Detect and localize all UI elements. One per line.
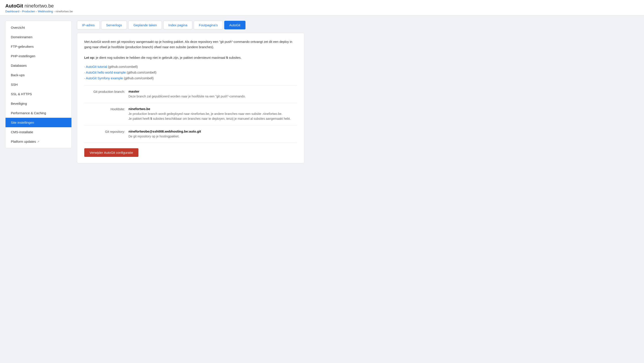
tab-geplande-taken[interactable]: Geplande taken bbox=[128, 21, 162, 29]
breadcrumb-webhosting[interactable]: Webhosting bbox=[38, 10, 53, 13]
subsites-count: 5 bbox=[150, 117, 152, 120]
button-row: Verwijder AutoGit configuratie bbox=[84, 143, 297, 157]
hello-world-suffix: (github.com/combell) bbox=[126, 71, 156, 74]
production-branch-value: master Deze branch zal gepubliceerd word… bbox=[128, 89, 297, 99]
sidebar-item-ftp-gebruikers[interactable]: FTP-gebruikers bbox=[6, 42, 72, 51]
hoofdsite-label: Hoofdsite: bbox=[84, 107, 128, 111]
description-line-1: Met AutoGit wordt een git repository aan… bbox=[84, 40, 292, 49]
link-row-hello-world: · AutoGit hello world example (github.co… bbox=[84, 71, 297, 74]
autogit-hello-world-link[interactable]: AutoGit hello world example bbox=[86, 71, 126, 74]
description-text: Met AutoGit wordt een git repository aan… bbox=[84, 39, 297, 60]
info-row-production-branch: Git production branch: master Deze branc… bbox=[84, 85, 297, 103]
production-branch-sub: Deze branch zal gepubliceerd worden naar… bbox=[128, 94, 297, 99]
sidebar-item-platform-updates[interactable]: Platform updates ↗ bbox=[6, 137, 72, 146]
sidebar-item-overzicht[interactable]: Overzicht bbox=[6, 23, 72, 32]
git-repository-label: Git repository: bbox=[84, 129, 128, 133]
sidebar-item-site-instellingen[interactable]: Site instellingen bbox=[6, 118, 72, 127]
breadcrumb-current: ninefortwo.be bbox=[56, 10, 73, 13]
breadcrumb-producten[interactable]: Producten bbox=[22, 10, 35, 13]
git-repository-value: ninefortwobe@ssh008.webhosting.be:auto.g… bbox=[128, 129, 297, 139]
sidebar: Overzicht Domeinnamen FTP-gebruikers PHP… bbox=[5, 21, 72, 148]
delete-autogit-button[interactable]: Verwijder AutoGit configuratie bbox=[84, 148, 138, 157]
info-table: Git production branch: master Deze branc… bbox=[84, 85, 297, 143]
brand-name: AutoGit bbox=[5, 3, 23, 8]
sidebar-item-databases[interactable]: Databases bbox=[6, 61, 72, 70]
info-row-hoofdsite: Hoofdsite: ninefortwo.be Je production b… bbox=[84, 103, 297, 125]
let-op-label: Let op: bbox=[84, 56, 95, 59]
sidebar-item-ssl-https[interactable]: SSL & HTTPS bbox=[6, 89, 72, 99]
link-row-tutorial: · AutoGit tutorial (github.com/combell) bbox=[84, 65, 297, 68]
git-repository-main: ninefortwobe@ssh008.webhosting.be:auto.g… bbox=[128, 129, 297, 133]
sidebar-item-php-instellingen[interactable]: PHP-instellingen bbox=[6, 51, 72, 61]
domain-name: ninefortwo.be bbox=[24, 3, 54, 8]
hoofdsite-value: ninefortwo.be Je production branch wordt… bbox=[128, 107, 297, 121]
sidebar-item-domeinnamen[interactable]: Domeinnamen bbox=[6, 32, 72, 42]
tab-serverlogs[interactable]: Serverlogs bbox=[101, 21, 127, 29]
symfony-suffix: (github.com/combell) bbox=[123, 76, 154, 80]
sidebar-item-performance-caching[interactable]: Performance & Caching bbox=[6, 108, 72, 118]
info-row-git-repository: Git repository: ninefortwobe@ssh008.webh… bbox=[84, 125, 297, 143]
external-link-icon: ↗ bbox=[37, 140, 39, 143]
page-header: AutoGit ninefortwo.be Dashboard › Produc… bbox=[0, 0, 644, 15]
main-layout: Overzicht Domeinnamen FTP-gebruikers PHP… bbox=[0, 15, 310, 169]
tab-autogit[interactable]: AutoGit bbox=[224, 21, 246, 29]
production-branch-label: Git production branch: bbox=[84, 89, 128, 93]
git-repository-sub: De git repository op je hostingpakket. bbox=[128, 134, 297, 139]
description-line-2: je dient nog subsites te hebben die nog … bbox=[95, 56, 242, 59]
tab-bar: IP-adres Serverlogs Geplande taken Index… bbox=[77, 21, 304, 29]
breadcrumb-sep-3: › bbox=[54, 10, 54, 13]
hoofdsite-main: ninefortwo.be bbox=[128, 107, 297, 111]
sidebar-item-back-ups[interactable]: Back-ups bbox=[6, 70, 72, 80]
link-row-symfony: · AutoGit Symfony example (github.com/co… bbox=[84, 76, 297, 80]
autogit-symfony-link[interactable]: AutoGit Symfony example bbox=[86, 76, 123, 80]
breadcrumb-dashboard[interactable]: Dashboard bbox=[5, 10, 20, 13]
sidebar-item-beveiliging[interactable]: Beveiliging bbox=[6, 99, 72, 108]
page-title: AutoGit ninefortwo.be bbox=[5, 3, 639, 9]
sidebar-item-cms-installatie[interactable]: CMS-installatie bbox=[6, 127, 72, 137]
autogit-tutorial-link[interactable]: AutoGit tutorial bbox=[86, 65, 107, 68]
content-panel: Met AutoGit wordt een git repository aan… bbox=[77, 33, 304, 163]
tutorial-suffix: (github.com/combell) bbox=[107, 65, 138, 68]
links-section: · AutoGit tutorial (github.com/combell) … bbox=[84, 65, 297, 80]
breadcrumb-sep-2: › bbox=[36, 10, 37, 13]
breadcrumb-sep-1: › bbox=[20, 10, 21, 13]
production-branch-main: master bbox=[128, 89, 297, 93]
platform-updates-label: Platform updates bbox=[11, 140, 36, 143]
breadcrumb: Dashboard › Producten › Webhosting › nin… bbox=[5, 10, 639, 13]
max-subsites-number: 5 bbox=[226, 56, 228, 59]
tab-foutpaginas[interactable]: Foutpagina's bbox=[194, 21, 223, 29]
tab-ip-adres[interactable]: IP-adres bbox=[77, 21, 100, 29]
sidebar-item-ssh[interactable]: SSH bbox=[6, 80, 72, 89]
content-area: IP-adres Serverlogs Geplande taken Index… bbox=[77, 21, 304, 163]
tab-index-pagina[interactable]: Index pagina bbox=[163, 21, 192, 29]
hoofdsite-sub: Je production branch wordt gedeployed na… bbox=[128, 112, 297, 121]
